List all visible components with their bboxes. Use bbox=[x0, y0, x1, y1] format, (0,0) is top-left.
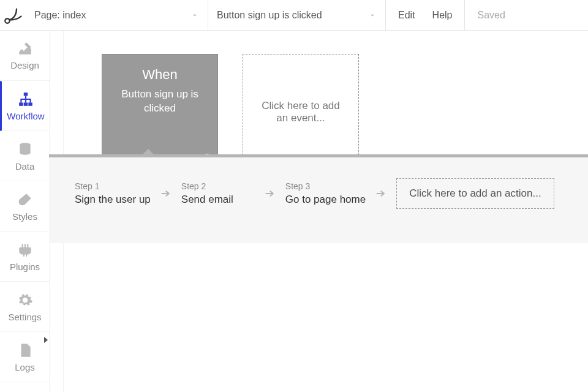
step-label: Step 1 bbox=[75, 181, 151, 191]
workflow-step-3[interactable]: Step 3 Go to page home bbox=[285, 181, 366, 206]
event-description: Button sign up is clicked bbox=[111, 88, 209, 116]
step-label: Step 2 bbox=[181, 181, 255, 191]
svg-point-0 bbox=[5, 18, 10, 23]
step-label: Step 3 bbox=[285, 181, 366, 191]
edit-link[interactable]: Edit bbox=[398, 10, 415, 21]
sidebar-expand-caret[interactable] bbox=[42, 336, 50, 344]
add-action-card[interactable]: Click here to add an action... bbox=[396, 178, 554, 209]
step-text: Go to page home bbox=[285, 194, 366, 206]
sidebar-item-label: Design bbox=[10, 60, 39, 70]
styles-icon bbox=[17, 192, 33, 208]
add-event-label: Click here to add an event... bbox=[257, 100, 345, 124]
sidebar-item-plugins[interactable]: Plugins bbox=[0, 232, 50, 282]
svg-rect-4 bbox=[24, 102, 28, 105]
help-link[interactable]: Help bbox=[432, 10, 453, 21]
page-dropdown-label: Page: index bbox=[34, 10, 86, 21]
steps-panel: Step 1 Sign the user up Step 2 Send emai… bbox=[49, 154, 588, 243]
sidebar-item-label: Logs bbox=[15, 362, 35, 372]
chevron-down-icon bbox=[190, 11, 199, 20]
page-dropdown[interactable]: Page: index bbox=[26, 0, 208, 30]
gear-icon bbox=[17, 292, 33, 308]
sidebar: Design Workflow Data Styles Plugins Sett… bbox=[0, 31, 50, 392]
plugins-icon bbox=[17, 242, 33, 258]
topbar-actions: Edit Help bbox=[386, 0, 465, 30]
sidebar-item-data[interactable]: Data bbox=[0, 131, 50, 181]
data-icon bbox=[17, 141, 33, 157]
workflow-icon bbox=[18, 91, 34, 107]
event-card[interactable]: When Button sign up is clicked bbox=[102, 54, 218, 170]
app-logo bbox=[0, 0, 26, 30]
event-dropdown-label: Button sign up is clicked bbox=[217, 10, 322, 21]
sidebar-item-label: Plugins bbox=[10, 262, 40, 272]
add-event-card[interactable]: Click here to add an event... bbox=[243, 54, 359, 170]
svg-rect-2 bbox=[19, 102, 23, 105]
arrow-right-icon bbox=[260, 187, 281, 200]
event-row: When Button sign up is clicked Click her… bbox=[102, 54, 588, 170]
sidebar-item-workflow[interactable]: Workflow bbox=[0, 81, 50, 131]
add-action-label: Click here to add an action... bbox=[409, 187, 541, 199]
sidebar-item-settings[interactable]: Settings bbox=[0, 282, 50, 332]
step-text: Send email bbox=[181, 194, 255, 206]
saved-label: Saved bbox=[477, 10, 505, 21]
sidebar-item-label: Workflow bbox=[7, 111, 44, 121]
arrow-right-icon bbox=[371, 187, 391, 200]
sidebar-item-label: Styles bbox=[12, 211, 37, 222]
workflow-step-1[interactable]: Step 1 Sign the user up bbox=[75, 181, 151, 206]
chevron-down-icon bbox=[368, 11, 377, 20]
arrow-right-icon bbox=[156, 187, 176, 200]
svg-rect-3 bbox=[28, 102, 32, 105]
svg-rect-1 bbox=[24, 92, 28, 96]
sidebar-item-label: Data bbox=[15, 161, 35, 172]
design-icon bbox=[17, 40, 33, 56]
workflow-step-2[interactable]: Step 2 Send email bbox=[181, 181, 255, 206]
topbar: Page: index Button sign up is clicked Ed… bbox=[0, 0, 588, 31]
sidebar-item-styles[interactable]: Styles bbox=[0, 181, 50, 232]
saved-status: Saved bbox=[465, 0, 517, 30]
event-when-label: When bbox=[111, 67, 209, 83]
sidebar-item-design[interactable]: Design bbox=[0, 31, 50, 81]
sidebar-item-label: Settings bbox=[8, 312, 41, 322]
step-text: Sign the user up bbox=[75, 194, 151, 206]
event-dropdown[interactable]: Button sign up is clicked bbox=[208, 0, 386, 30]
logs-icon bbox=[17, 342, 33, 358]
